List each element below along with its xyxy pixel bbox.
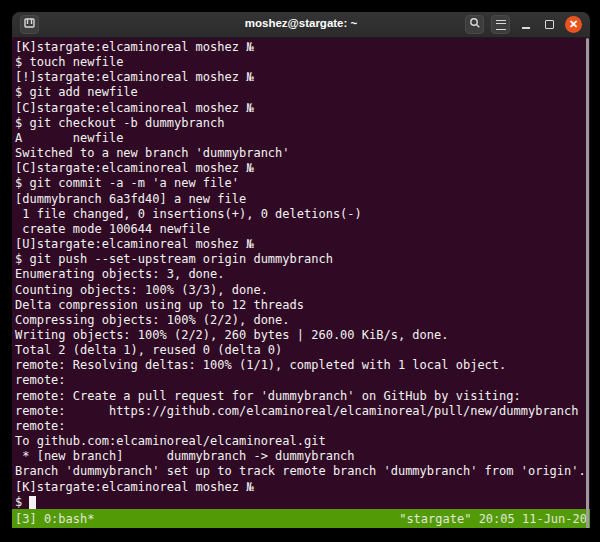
terminal-line: Branch 'dummybranch' set up to track rem… bbox=[15, 464, 590, 479]
close-button[interactable]: ✕ bbox=[565, 16, 582, 33]
hamburger-menu-icon bbox=[496, 20, 506, 30]
menu-button[interactable] bbox=[491, 15, 510, 34]
terminal-line: remote: https://github.com/elcaminoreal/… bbox=[15, 404, 590, 419]
terminal-window: moshez@stargate: ~ bbox=[12, 12, 590, 528]
prompt-text: $ bbox=[15, 495, 29, 510]
minimize-button[interactable] bbox=[517, 16, 534, 33]
terminal-line: To github.com:elcaminoreal/elcaminoreal.… bbox=[15, 434, 590, 449]
terminal-line: Delta compression using up to 12 threads bbox=[15, 298, 590, 313]
search-button[interactable] bbox=[465, 15, 484, 34]
search-icon bbox=[469, 17, 481, 32]
terminal-line: Counting objects: 100% (3/3), done. bbox=[15, 283, 590, 298]
terminal-line: Enumerating objects: 3, done. bbox=[15, 267, 590, 282]
terminal-line: * [new branch] dummybranch -> dummybranc… bbox=[15, 449, 590, 464]
terminal-line: Compressing objects: 100% (2/2), done. bbox=[15, 313, 590, 328]
terminal-line: Total 2 (delta 1), reused 0 (delta 0) bbox=[15, 343, 590, 358]
terminal-line: remote: bbox=[15, 373, 590, 388]
scrollbar[interactable] bbox=[586, 38, 589, 528]
terminal-line: remote: Create a pull request for 'dummy… bbox=[15, 389, 590, 404]
terminal-lines: [K]stargate:elcaminoreal moshez №$ touch… bbox=[15, 40, 590, 495]
terminal-output: [K]stargate:elcaminoreal moshez №$ touch… bbox=[12, 38, 590, 511]
minimize-icon bbox=[522, 27, 530, 29]
terminal-line: remote: bbox=[15, 419, 590, 434]
terminal-line: 1 file changed, 0 insertions(+), 0 delet… bbox=[15, 207, 590, 222]
maximize-button[interactable] bbox=[541, 16, 558, 33]
terminal-line: $ git checkout -b dummybranch bbox=[15, 116, 590, 131]
terminal-viewport[interactable]: [K]stargate:elcaminoreal moshez №$ touch… bbox=[12, 38, 590, 528]
terminal-line: $ git add newfile bbox=[15, 85, 590, 100]
terminal-line: Switched to a new branch 'dummybranch' bbox=[15, 146, 590, 161]
terminal-line: $ touch newfile bbox=[15, 55, 590, 70]
terminal-line: Writing objects: 100% (2/2), 260 bytes |… bbox=[15, 328, 590, 343]
desktop-background: moshez@stargate: ~ bbox=[0, 0, 600, 542]
terminal-line: [C]stargate:elcaminoreal moshez № bbox=[15, 161, 590, 176]
terminal-line: create mode 100644 newfile bbox=[15, 222, 590, 237]
new-terminal-button[interactable] bbox=[20, 15, 39, 34]
cursor bbox=[29, 496, 36, 509]
terminal-line: $ git push --set-upstream origin dummybr… bbox=[15, 252, 590, 267]
close-icon: ✕ bbox=[565, 16, 582, 33]
prompt-line: $ bbox=[15, 495, 590, 510]
tmux-status-right: "stargate" 20:05 11-Jun-20 bbox=[399, 509, 587, 528]
terminal-line: [!]stargate:elcaminoreal moshez № bbox=[15, 70, 590, 85]
terminal-line: $ git commit -a -m 'a new file' bbox=[15, 176, 590, 191]
terminal-line: A newfile bbox=[15, 131, 590, 146]
tmux-status-bar: [3] 0:bash* "stargate" 20:05 11-Jun-20 bbox=[12, 509, 590, 528]
terminal-line: [K]stargate:elcaminoreal moshez № bbox=[15, 40, 590, 55]
terminal-line: [C]stargate:elcaminoreal moshez № bbox=[15, 101, 590, 116]
terminal-line: [K]stargate:elcaminoreal moshez № bbox=[15, 480, 590, 495]
maximize-icon bbox=[545, 20, 554, 29]
tmux-window-list: [3] 0:bash* bbox=[15, 509, 94, 528]
terminal-line: [U]stargate:elcaminoreal moshez № bbox=[15, 237, 590, 252]
terminal-line: remote: Resolving deltas: 100% (1/1), co… bbox=[15, 358, 590, 373]
titlebar[interactable]: moshez@stargate: ~ bbox=[12, 12, 590, 38]
terminal-icon bbox=[23, 17, 36, 32]
terminal-line: [dummybranch 6a3fd40] a new file bbox=[15, 192, 590, 207]
